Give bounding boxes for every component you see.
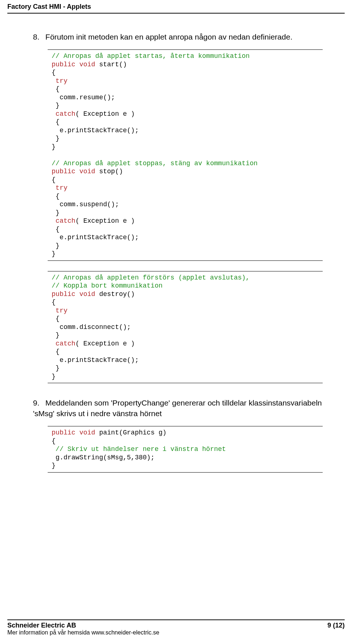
code-text: } [48,209,59,216]
code-text: } [48,332,59,339]
code-comment: // Anropas då appleten förstörs (applet … [48,274,250,281]
section-9-number: 9. [33,398,43,408]
code-rule-top-2 [48,271,323,271]
code-text: } [48,373,56,380]
page-footer: Schneider Electric AB Mer information på… [7,619,345,636]
section-8-number: 8. [33,32,43,42]
code-keyword: void [79,290,95,298]
code-comment: // Koppla bort kommunikation [52,282,162,289]
code-text: { [48,85,59,93]
code-keyword: try [56,77,67,85]
code-text: } [48,364,59,372]
code-rule-top-1 [48,49,323,50]
code-block-3: public void paint(Graphics g) { // Skriv… [48,429,323,470]
footer-subtext: Mer information på vår hemsida www.schne… [7,629,159,636]
content: 8. Förutom init metoden kan en applet an… [0,14,352,473]
code-text: comm.suspend(); [48,201,119,208]
code-text: start() [95,61,127,68]
code-keyword: public [52,290,76,298]
page: Factory Cast HMI - Applets 8. Förutom in… [0,0,352,644]
code-block-1: // Anropas då applet startas, återta kom… [48,52,323,258]
code-text: g.drawString(sMsg,5,380); [48,454,155,461]
footer-page-number: 9 (12) [327,622,345,636]
footer-company: Schneider Electric AB [7,622,159,629]
code-keyword: try [56,307,67,314]
footer-rule [7,619,345,620]
section-9-text: Meddelanden som 'PropertyChange' generer… [33,399,322,417]
code-keyword: public [52,168,76,175]
code-text: stop() [95,168,123,175]
code-text: e.printStackTrace(); [48,127,139,134]
code-text: paint(Graphics g) [95,429,166,436]
code-text: comm.resume(); [48,94,115,101]
code-text: ( Exception e ) [76,340,135,347]
code-text: e.printStackTrace(); [48,356,139,364]
code-text: comm.disconnect(); [48,323,131,331]
code-text: { [48,299,56,306]
section-8-text: Förutom init metoden kan en applet anrop… [45,33,293,41]
code-text: } [48,143,56,151]
code-text: destroy() [95,290,135,298]
code-text: e.printStackTrace(); [48,234,139,241]
code-rule-bottom-2 [48,383,323,383]
code-text: } [48,242,59,249]
code-text: { [48,118,59,126]
code-text: } [48,250,56,258]
page-header: Factory Cast HMI - Applets [0,0,352,12]
code-comment: // Anropas då applet startas, återta kom… [52,52,250,60]
code-keyword: void [79,429,95,436]
code-text: { [48,348,59,355]
code-keyword: catch [56,110,76,118]
code-keyword: catch [56,217,76,225]
code-comment: // Skriv ut händelser nere i vänstra hör… [56,445,226,453]
code-text: } [48,102,59,109]
code-rule-top-3 [48,426,323,426]
code-keyword: void [79,61,95,68]
code-text: { [48,226,59,233]
code-text: { [48,437,56,445]
section-8-heading: 8. Förutom init metoden kan en applet an… [33,32,323,42]
code-keyword: public [52,429,76,436]
code-text: } [48,462,56,469]
code-text: { [48,193,59,200]
header-title: Factory Cast HMI - Applets [7,3,91,10]
code-block-2: // Anropas då appleten förstörs (applet … [48,274,323,381]
code-comment: // Anropas då applet stoppas, stäng av k… [52,160,258,167]
code-text: ( Exception e ) [76,110,135,118]
code-keyword: try [56,184,67,192]
code-keyword: catch [56,340,76,347]
code-text: { [48,176,56,184]
code-text: { [48,315,59,322]
code-text: } [48,135,59,142]
code-text: ( Exception e ) [76,217,135,225]
code-rule-bottom-3 [48,472,323,473]
code-keyword: public [52,61,76,68]
code-text: { [48,69,56,76]
code-keyword: void [79,168,95,175]
section-9-heading: 9. Meddelanden som 'PropertyChange' gene… [33,398,323,419]
